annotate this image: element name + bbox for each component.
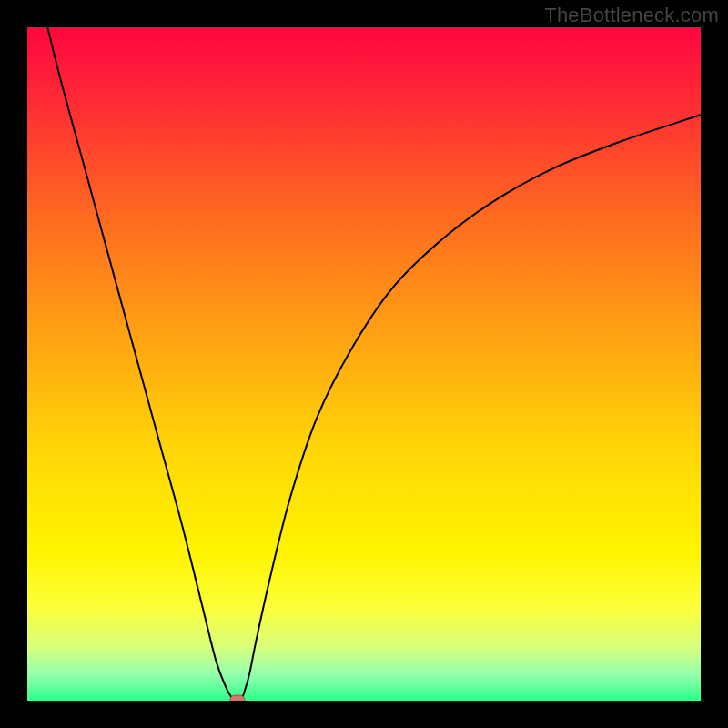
curve-minimum-marker xyxy=(230,695,245,701)
markers-group xyxy=(230,695,245,701)
bottleneck-chart xyxy=(27,27,701,701)
watermark-text: TheBottleneck.com xyxy=(544,4,719,27)
gradient-backdrop xyxy=(27,27,701,701)
